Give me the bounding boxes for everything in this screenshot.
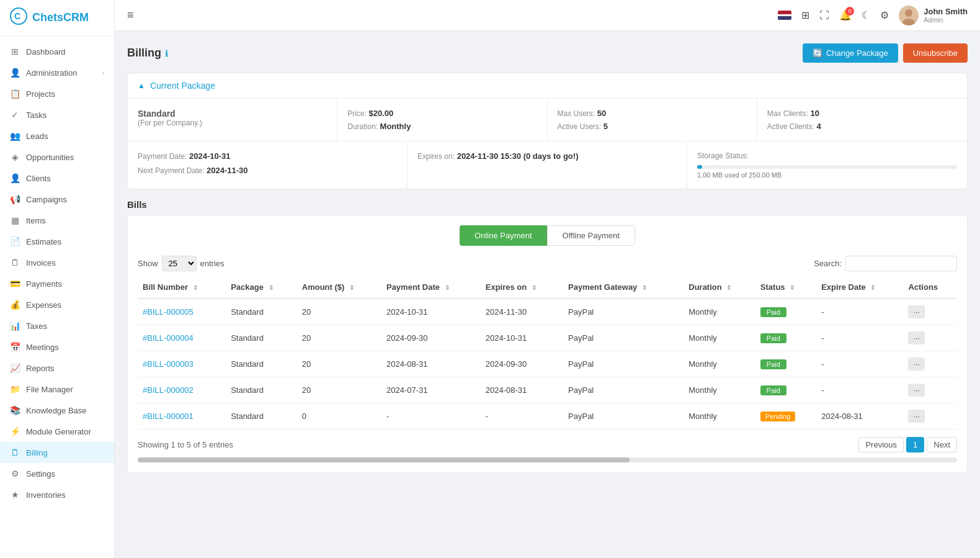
fullscreen-icon[interactable]: ⛶ — [819, 10, 829, 21]
page-1-button[interactable]: 1 — [906, 437, 924, 452]
bill-number-link[interactable]: #BILL-000005 — [143, 307, 194, 317]
sidebar-item-label: Tasks — [26, 110, 47, 120]
sidebar-item-clients[interactable]: 👤 Clients — [0, 168, 114, 189]
showing-text: Showing 1 to 5 of 5 entries — [138, 440, 233, 449]
sidebar-item-items[interactable]: ▦ Items — [0, 210, 114, 231]
sidebar-item-module-generator[interactable]: ⚡ Module Generator — [0, 421, 114, 442]
sidebar-item-estimates[interactable]: 📄 Estimates — [0, 231, 114, 252]
sidebar-item-dashboard[interactable]: ⊞ Dashboard — [0, 41, 114, 62]
col-actions: Actions — [903, 276, 957, 299]
sidebar-item-invoices[interactable]: 🗒 Invoices — [0, 252, 114, 273]
col-duration[interactable]: Duration ⇕ — [684, 276, 755, 299]
sidebar-item-leads[interactable]: 👥 Leads — [0, 125, 114, 146]
tasks-icon: ✓ — [10, 110, 20, 120]
table-row: #BILL-000004 Standard 20 2024-09-30 2024… — [138, 325, 957, 351]
cell-amount: 0 — [297, 403, 381, 430]
online-payment-button[interactable]: Online Payment — [460, 225, 547, 246]
sidebar-item-label: Billing — [26, 448, 48, 457]
notifications-icon[interactable]: 🔔 0 — [839, 9, 852, 21]
gear-icon[interactable]: ⚙ — [880, 9, 889, 21]
hamburger-button[interactable]: ≡ — [127, 9, 134, 22]
actions-button[interactable]: ··· — [908, 305, 925, 318]
search-input[interactable] — [845, 256, 957, 271]
bills-title: Bills — [127, 199, 968, 210]
prev-button[interactable]: Previous — [858, 437, 904, 452]
notification-badge: 0 — [845, 7, 854, 16]
sidebar-item-knowledge-base[interactable]: 📚 Knowledge Base — [0, 400, 114, 421]
sidebar-item-expenses[interactable]: 💰 Expenses — [0, 294, 114, 315]
collapse-icon[interactable]: ▲ — [138, 81, 145, 90]
next-button[interactable]: Next — [927, 437, 957, 452]
sidebar-item-projects[interactable]: 📋 Projects — [0, 83, 114, 104]
sidebar-item-billing[interactable]: 🗒 Billing — [0, 442, 114, 463]
actions-button[interactable]: ··· — [908, 410, 925, 423]
bills-table: Bill Number ⇕ Package ⇕ Amount ($) ⇕ Pay… — [138, 276, 957, 430]
horizontal-scrollbar[interactable] — [138, 457, 957, 462]
offline-payment-button[interactable]: Offline Payment — [547, 225, 635, 246]
sidebar-item-administration[interactable]: 👤 Administration › — [0, 62, 114, 83]
col-amount[interactable]: Amount ($) ⇕ — [297, 276, 381, 299]
sidebar-item-campaigns[interactable]: 📢 Campaigns — [0, 189, 114, 210]
theme-icon[interactable]: ☾ — [862, 9, 870, 21]
bill-number-link[interactable]: #BILL-000004 — [143, 333, 194, 343]
sidebar-item-inventories[interactable]: ★ Inventories — [0, 484, 114, 505]
campaigns-icon: 📢 — [10, 194, 20, 204]
bill-number-link[interactable]: #BILL-000003 — [143, 359, 194, 369]
actions-button[interactable]: ··· — [908, 331, 925, 344]
sidebar-item-tasks[interactable]: ✓ Tasks — [0, 104, 114, 125]
sidebar-item-file-manager[interactable]: 📁 File Manager — [0, 379, 114, 400]
active-clients-label: Active Clients: — [767, 122, 814, 131]
table-row: #BILL-000005 Standard 20 2024-10-31 2024… — [138, 299, 957, 325]
bills-table-scroll: Bill Number ⇕ Package ⇕ Amount ($) ⇕ Pay… — [138, 276, 957, 430]
sort-icon: ⇕ — [349, 284, 354, 291]
payments-icon: 💳 — [10, 279, 20, 289]
unsubscribe-button[interactable]: Unsubscribe — [903, 43, 968, 63]
user-profile[interactable]: John Smith Admin — [899, 6, 968, 25]
bills-section: Bills Online Payment Offline Payment Sho… — [127, 199, 968, 473]
sidebar-item-opportunities[interactable]: ◈ Opportunities — [0, 146, 114, 168]
sidebar-item-taxes[interactable]: 📊 Taxes — [0, 315, 114, 336]
table-row: #BILL-000001 Standard 0 - - PayPal Month… — [138, 403, 957, 430]
cell-bill-number: #BILL-000001 — [138, 403, 226, 430]
col-package[interactable]: Package ⇕ — [226, 276, 297, 299]
cell-amount: 20 — [297, 299, 381, 325]
package-grid-row1: Standard (For per Company.) Price: $20.0… — [128, 99, 967, 142]
entries-select[interactable]: 25 10 50 100 — [162, 256, 197, 271]
language-flag[interactable] — [778, 11, 791, 20]
bill-number-link[interactable]: #BILL-000002 — [143, 385, 194, 395]
col-payment-date[interactable]: Payment Date ⇕ — [381, 276, 481, 299]
cell-package: Standard — [226, 403, 297, 430]
sidebar-item-label: Dashboard — [26, 47, 66, 56]
cell-status: Paid — [755, 351, 816, 377]
col-status[interactable]: Status ⇕ — [755, 276, 816, 299]
estimates-icon: 📄 — [10, 236, 20, 246]
sidebar-item-label: Expenses — [26, 300, 61, 310]
cell-expire-date: - — [816, 377, 903, 403]
sidebar-item-label: Projects — [26, 89, 55, 99]
sidebar-item-payments[interactable]: 💳 Payments — [0, 273, 114, 294]
bill-number-link[interactable]: #BILL-000001 — [143, 412, 194, 421]
col-expire-date[interactable]: Expire Date ⇕ — [816, 276, 903, 299]
show-label: Show — [138, 259, 158, 268]
apps-icon[interactable]: ⊞ — [801, 9, 809, 21]
cell-actions: ··· — [903, 377, 957, 403]
scroll-thumb — [138, 457, 630, 462]
sidebar-item-settings[interactable]: ⚙ Settings — [0, 463, 114, 484]
package-clients-cell: Max Clients: 10 Active Clients: 4 — [757, 99, 967, 141]
sidebar-item-label: Clients — [26, 174, 51, 183]
cell-expires-on: 2024-10-31 — [481, 325, 563, 351]
sidebar-item-meetings[interactable]: 📅 Meetings — [0, 336, 114, 358]
col-expires-on[interactable]: Expires on ⇕ — [481, 276, 563, 299]
cell-payment-gateway: PayPal — [563, 299, 684, 325]
col-bill-number[interactable]: Bill Number ⇕ — [138, 276, 226, 299]
package-storage-cell: Storage Status: 1.00 MB used of 250.00 M… — [687, 142, 967, 189]
col-payment-gateway[interactable]: Payment Gateway ⇕ — [563, 276, 684, 299]
status-badge: Pending — [760, 412, 795, 421]
change-package-button[interactable]: 🔄 Change Package — [803, 43, 898, 63]
cell-actions: ··· — [903, 351, 957, 377]
page-header: Billing ℹ 🔄 Change Package Unsubscribe — [127, 43, 968, 63]
sidebar-item-reports[interactable]: 📈 Reports — [0, 358, 114, 379]
actions-button[interactable]: ··· — [908, 358, 925, 371]
sidebar-item-label: Invoices — [26, 258, 56, 268]
actions-button[interactable]: ··· — [908, 384, 925, 397]
